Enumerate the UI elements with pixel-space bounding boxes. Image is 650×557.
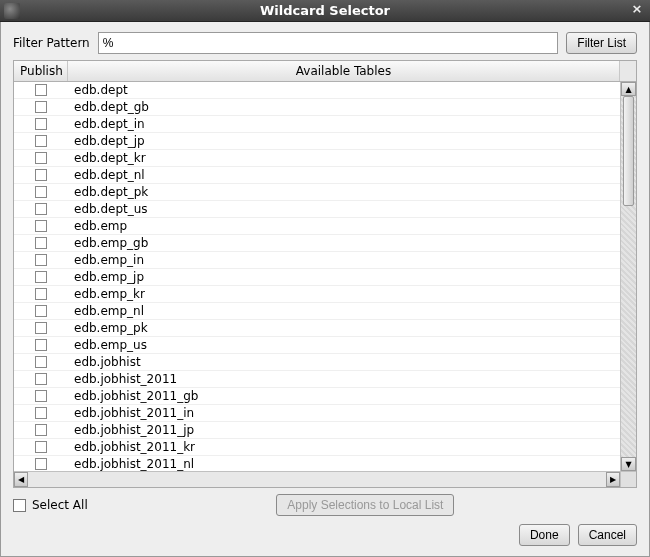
column-header-publish[interactable]: Publish [14, 61, 68, 81]
table-row[interactable]: edb.dept_pk [14, 184, 620, 201]
publish-checkbox[interactable] [35, 254, 47, 266]
table-name: edb.dept_gb [68, 100, 620, 114]
publish-checkbox[interactable] [35, 305, 47, 317]
close-icon[interactable]: × [630, 3, 644, 17]
scroll-up-icon[interactable]: ▲ [621, 82, 636, 96]
publish-cell [14, 220, 68, 232]
publish-cell [14, 458, 68, 470]
publish-checkbox[interactable] [35, 458, 47, 470]
publish-checkbox[interactable] [35, 373, 47, 385]
horizontal-scrollbar[interactable]: ◀ ▶ [14, 471, 636, 487]
publish-checkbox[interactable] [35, 118, 47, 130]
hscroll-track[interactable] [28, 472, 606, 487]
select-all-label: Select All [32, 498, 88, 512]
publish-checkbox[interactable] [35, 135, 47, 147]
table-body: edb.deptedb.dept_gbedb.dept_inedb.dept_j… [14, 82, 620, 471]
table-row[interactable]: edb.emp [14, 218, 620, 235]
table-name: edb.jobhist_2011_jp [68, 423, 620, 437]
table-name: edb.jobhist_2011_gb [68, 389, 620, 403]
publish-checkbox[interactable] [35, 356, 47, 368]
table-name: edb.dept_nl [68, 168, 620, 182]
table-name: edb.emp_gb [68, 236, 620, 250]
publish-cell [14, 288, 68, 300]
table-name: edb.dept_us [68, 202, 620, 216]
publish-checkbox[interactable] [35, 237, 47, 249]
table-name: edb.dept_kr [68, 151, 620, 165]
table-row[interactable]: edb.dept [14, 82, 620, 99]
publish-checkbox[interactable] [35, 220, 47, 232]
table-row[interactable]: edb.dept_gb [14, 99, 620, 116]
table-row[interactable]: edb.dept_nl [14, 167, 620, 184]
vertical-scrollbar[interactable]: ▲ ▼ [620, 82, 636, 471]
table-name: edb.emp [68, 219, 620, 233]
table-row[interactable]: edb.emp_us [14, 337, 620, 354]
table-row[interactable]: edb.jobhist [14, 354, 620, 371]
publish-cell [14, 424, 68, 436]
publish-checkbox[interactable] [35, 424, 47, 436]
publish-cell [14, 339, 68, 351]
publish-checkbox[interactable] [35, 169, 47, 181]
publish-checkbox[interactable] [35, 288, 47, 300]
table-name: edb.emp_jp [68, 270, 620, 284]
table-row[interactable]: edb.dept_us [14, 201, 620, 218]
publish-checkbox[interactable] [35, 186, 47, 198]
table-name: edb.emp_us [68, 338, 620, 352]
publish-cell [14, 84, 68, 96]
publish-cell [14, 118, 68, 130]
table-name: edb.emp_kr [68, 287, 620, 301]
publish-checkbox[interactable] [35, 390, 47, 402]
table-row[interactable]: edb.jobhist_2011_nl [14, 456, 620, 471]
table-row[interactable]: edb.emp_pk [14, 320, 620, 337]
table-row[interactable]: edb.jobhist_2011_jp [14, 422, 620, 439]
table-row[interactable]: edb.emp_nl [14, 303, 620, 320]
publish-cell [14, 254, 68, 266]
table-name: edb.jobhist [68, 355, 620, 369]
table-row[interactable]: edb.emp_jp [14, 269, 620, 286]
publish-checkbox[interactable] [35, 441, 47, 453]
column-header-available[interactable]: Available Tables [68, 61, 620, 81]
filter-row: Filter Pattern Filter List [13, 32, 637, 54]
publish-checkbox[interactable] [35, 322, 47, 334]
select-all-checkbox[interactable] [13, 499, 26, 512]
table-row[interactable]: edb.emp_gb [14, 235, 620, 252]
table-name: edb.dept_jp [68, 134, 620, 148]
filter-pattern-input[interactable] [98, 32, 559, 54]
apply-selections-button[interactable]: Apply Selections to Local List [276, 494, 454, 516]
publish-checkbox[interactable] [35, 203, 47, 215]
publish-checkbox[interactable] [35, 339, 47, 351]
table-row[interactable]: edb.jobhist_2011 [14, 371, 620, 388]
table-name: edb.dept_pk [68, 185, 620, 199]
app-icon [4, 3, 20, 19]
table-row[interactable]: edb.jobhist_2011_gb [14, 388, 620, 405]
publish-checkbox[interactable] [35, 84, 47, 96]
scroll-left-icon[interactable]: ◀ [14, 472, 28, 487]
table-name: edb.dept_in [68, 117, 620, 131]
scroll-down-icon[interactable]: ▼ [621, 457, 636, 471]
table-row[interactable]: edb.dept_kr [14, 150, 620, 167]
publish-checkbox[interactable] [35, 271, 47, 283]
table-name: edb.emp_pk [68, 321, 620, 335]
publish-checkbox[interactable] [35, 152, 47, 164]
cancel-button[interactable]: Cancel [578, 524, 637, 546]
table-name: edb.jobhist_2011_in [68, 406, 620, 420]
publish-cell [14, 237, 68, 249]
table-name: edb.dept [68, 83, 620, 97]
below-row: Select All Apply Selections to Local Lis… [13, 494, 637, 516]
publish-cell [14, 203, 68, 215]
table-row[interactable]: edb.jobhist_2011_kr [14, 439, 620, 456]
publish-cell [14, 169, 68, 181]
table-row[interactable]: edb.dept_in [14, 116, 620, 133]
publish-cell [14, 407, 68, 419]
table-row[interactable]: edb.emp_in [14, 252, 620, 269]
publish-checkbox[interactable] [35, 407, 47, 419]
filter-list-button[interactable]: Filter List [566, 32, 637, 54]
scroll-thumb[interactable] [623, 96, 634, 206]
publish-checkbox[interactable] [35, 101, 47, 113]
done-button[interactable]: Done [519, 524, 570, 546]
table-row[interactable]: edb.dept_jp [14, 133, 620, 150]
scroll-right-icon[interactable]: ▶ [606, 472, 620, 487]
titlebar: Wildcard Selector × [0, 0, 650, 22]
table-row[interactable]: edb.jobhist_2011_in [14, 405, 620, 422]
table-row[interactable]: edb.emp_kr [14, 286, 620, 303]
table-name: edb.jobhist_2011_nl [68, 457, 620, 471]
